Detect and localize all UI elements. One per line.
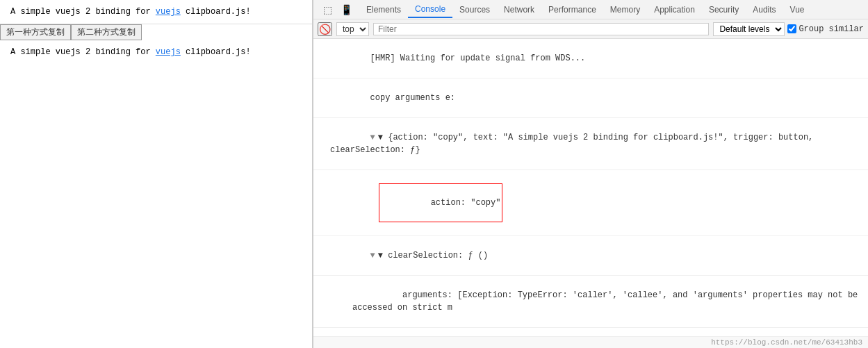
tab-security[interactable]: Security [702,2,746,17]
url-text: https://blog.csdn.net/me/63413hb3 [711,338,862,347]
devtools-tabs-bar: ⬚ 📱 Elements Console Sources Network Per… [313,0,868,19]
top-text-line2: clipboard.js! [186,7,251,17]
webpage-divider: 第一种方式复制 第二种方式复制 [0,24,312,40]
top-text-line1: A simple vuejs 2 binding for [10,7,151,17]
webpage-bottom: A simple vuejs 2 binding for vuejs clipb… [0,40,312,348]
console-line-clearsel: ▼ clearSelection: ƒ () [313,236,868,276]
tab-sources[interactable]: Sources [452,2,497,17]
console-line-copy: copy arguments e: [313,78,868,118]
filter-input[interactable] [373,23,709,35]
devtools-icons-group: ⬚ 📱 [316,3,359,17]
group-similar-label[interactable]: Group similar [787,24,864,34]
tab-audits[interactable]: Audits [746,2,783,17]
console-line-caller: caller: [Exception: TypeError: 'caller',… [313,328,868,336]
tab-vue[interactable]: Vue [783,2,812,17]
btn-copy-1[interactable]: 第一种方式复制 [0,24,71,40]
group-similar-checkbox[interactable] [787,24,796,33]
device-icon[interactable]: 📱 [338,3,355,17]
context-select[interactable]: top [336,22,369,36]
tab-memory[interactable]: Memory [603,2,647,17]
webpage-panel: A simple vuejs 2 binding for vuejs clipb… [0,0,313,348]
bottom-text-line1: A simple vuejs 2 binding for [10,47,151,57]
inspect-icon[interactable]: ⬚ [320,3,335,17]
url-bar: https://blog.csdn.net/me/63413hb3 [313,336,868,348]
bottom-text: A simple vuejs 2 binding for vuejs clipb… [10,47,302,57]
btn-copy-2[interactable]: 第二种方式复制 [71,24,142,40]
toolbar-right: Default levels Group similar [713,22,864,36]
devtools-toolbar: 🚫 top Default levels Group similar [313,19,868,39]
tab-performance[interactable]: Performance [541,2,603,17]
tab-network[interactable]: Network [497,2,541,17]
console-line-obj: ▼ {action: "copy", text: "A simple vuejs… [313,118,868,170]
console-line-arguments: arguments: [Exception: TypeError: 'calle… [313,276,868,328]
clear-console-icon[interactable]: 🚫 [318,22,332,36]
top-link[interactable]: vuejs [156,7,181,17]
tab-application[interactable]: Application [647,2,702,17]
bottom-text-line2: clipboard.js! [186,47,251,57]
expand-arrow-obj[interactable] [370,133,375,142]
expand-arrow-clearsel[interactable] [370,251,375,260]
devtools-panel: ⬚ 📱 Elements Console Sources Network Per… [313,0,868,348]
action-copy-highlight: action: "copy" [379,183,503,222]
tab-elements[interactable]: Elements [359,2,408,17]
bottom-link[interactable]: vuejs [156,47,181,57]
console-line-hmr: [HMR] Waiting for update signal from WDS… [313,39,868,78]
tab-console[interactable]: Console [408,1,452,18]
group-similar-text: Group similar [799,24,864,34]
default-levels-select[interactable]: Default levels [713,22,785,36]
webpage-top-text: A simple vuejs 2 binding for vuejs clipb… [0,0,312,24]
console-output: [HMR] Waiting for update signal from WDS… [313,39,868,336]
console-line-action: action: "copy" [313,170,868,236]
